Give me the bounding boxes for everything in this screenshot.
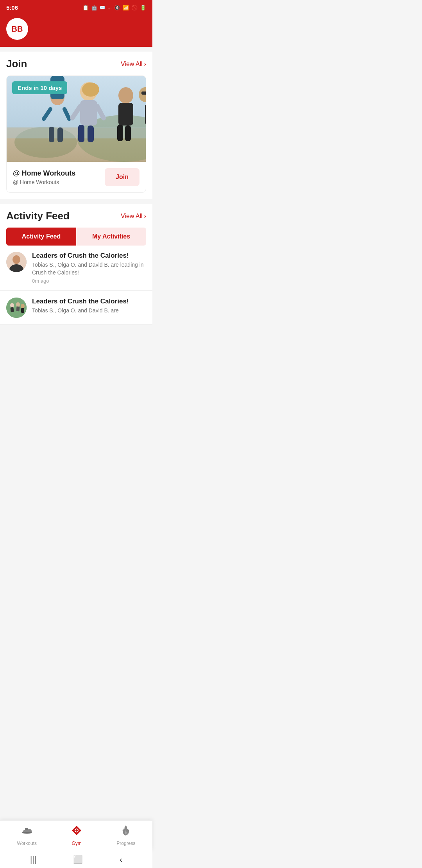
status-bar: 5:06 📋 🤖 ✉️ ··· 🔇 📶 🚫 🔋 [0, 0, 152, 14]
svg-line-14 [72, 106, 80, 118]
activity-feed-section: Activity Feed View All › Activity Feed M… [0, 204, 152, 325]
svg-point-16 [118, 87, 133, 104]
challenge-text: @ Home Workouts @ Home Workouts [13, 169, 75, 185]
activity-tabs: Activity Feed My Activities [6, 228, 146, 246]
join-section-header: Join View All › [6, 58, 146, 70]
svg-point-25 [13, 255, 20, 264]
main-content: Join View All › [0, 52, 152, 372]
activity-view-all[interactable]: View All › [121, 213, 146, 220]
header: BB [0, 14, 152, 47]
svg-rect-13 [88, 126, 94, 142]
robot-icon: 🤖 [91, 5, 97, 11]
activity-desc-2: Tobias S., Olga O. and David B. are [32, 307, 129, 315]
svg-rect-5 [49, 127, 54, 142]
join-section: Join View All › [0, 52, 152, 199]
svg-rect-2 [7, 127, 146, 138]
activity-content-2: Leaders of Crush the Calories! Tobias S.… [32, 298, 129, 316]
challenge-card: Ends in 10 days @ Home Workouts @ Home W… [6, 75, 146, 193]
activity-view-all-label: View All [121, 213, 143, 220]
join-view-all[interactable]: View All › [121, 61, 146, 68]
wifi-icon: 📶 [123, 5, 129, 11]
tab-my-activities[interactable]: My Activities [76, 228, 146, 246]
more-icon: ··· [107, 5, 112, 11]
svg-rect-18 [117, 125, 123, 141]
svg-rect-23 [141, 91, 146, 95]
svg-rect-11 [80, 100, 97, 126]
content-padding [0, 325, 152, 372]
activity-desc-1: Tobias S., Olga O. and David B. are lead… [32, 261, 146, 276]
battery-icon: 🔋 [140, 5, 146, 11]
tab-activity-feed[interactable]: Activity Feed [6, 228, 76, 246]
avatar-svg-2 [6, 298, 27, 318]
status-time: 5:06 [6, 4, 18, 11]
challenge-title: @ Home Workouts [13, 169, 75, 178]
svg-rect-17 [118, 103, 133, 126]
activity-feed-title: Activity Feed [6, 210, 70, 222]
avatar-svg-1 [6, 252, 27, 272]
activity-item: Leaders of Crush the Calories! Tobias S.… [0, 246, 152, 291]
svg-rect-19 [125, 126, 131, 141]
join-chevron-icon: › [144, 61, 146, 68]
activity-content-1: Leaders of Crush the Calories! Tobias S.… [32, 252, 146, 284]
svg-rect-31 [16, 307, 20, 312]
activity-feed-header: Activity Feed View All › [6, 210, 146, 222]
svg-line-8 [64, 109, 69, 119]
challenge-info: @ Home Workouts @ Home Workouts Join [7, 162, 146, 192]
activity-list: Leaders of Crush the Calories! Tobias S.… [0, 246, 152, 325]
svg-rect-6 [57, 127, 63, 142]
svg-line-15 [97, 106, 104, 118]
challenge-badge: Ends in 10 days [12, 81, 67, 94]
svg-rect-21 [145, 104, 146, 125]
join-view-all-label: View All [121, 61, 143, 68]
activity-avatar-2 [6, 298, 27, 318]
svg-point-28 [10, 303, 14, 308]
activity-title-2: Leaders of Crush the Calories! [32, 298, 129, 305]
svg-rect-33 [21, 308, 24, 313]
activity-avatar-img-2 [6, 298, 27, 318]
status-icons: 📋 🤖 ✉️ ··· 🔇 📶 🚫 🔋 [82, 5, 146, 11]
notification-icon: ✉️ [100, 5, 105, 10]
svg-point-30 [16, 302, 20, 307]
join-title: Join [6, 58, 27, 70]
join-button[interactable]: Join [105, 168, 139, 186]
activity-chevron-icon: › [144, 213, 146, 220]
activity-avatar-img-1 [6, 252, 27, 272]
challenge-subtitle: @ Home Workouts [13, 179, 75, 185]
avatar[interactable]: BB [6, 18, 28, 40]
activity-time-1: 0m ago [32, 278, 146, 284]
svg-rect-12 [78, 125, 84, 142]
activity-title-1: Leaders of Crush the Calories! [32, 252, 146, 260]
svg-point-32 [21, 304, 25, 308]
activity-avatar-1 [6, 252, 27, 272]
block-icon: 🚫 [131, 5, 138, 11]
svg-line-7 [44, 109, 50, 119]
svg-point-10 [82, 82, 99, 97]
clipboard-icon: 📋 [82, 5, 89, 11]
mute-icon: 🔇 [114, 5, 120, 11]
challenge-image: Ends in 10 days [7, 76, 146, 162]
activity-item-2: Leaders of Crush the Calories! Tobias S.… [0, 291, 152, 325]
svg-rect-29 [10, 307, 14, 312]
